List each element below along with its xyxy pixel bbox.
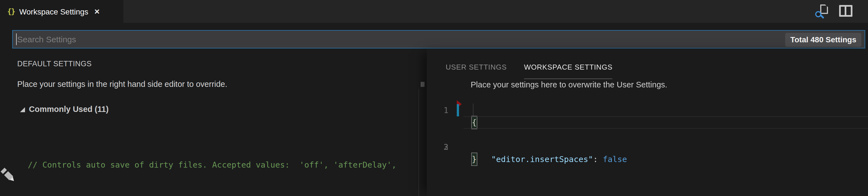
editor-line-3: 3 } [427, 116, 868, 129]
matched-bracket: } [472, 153, 476, 165]
collapse-triangle-icon [20, 107, 25, 112]
settings-count-badge: Total 480 Settings [785, 33, 861, 47]
json-braces-icon: {} [7, 7, 15, 16]
default-settings-code[interactable]: // Controls auto save of dirty files. Ac… [28, 134, 411, 196]
current-line-highlight [463, 116, 868, 129]
split-editor-icon[interactable] [839, 5, 852, 17]
editor-line-1: 1 { [427, 92, 868, 104]
tab-workspace-settings[interactable]: {} Workspace Settings × [0, 0, 123, 23]
search-settings-input[interactable]: Search Settings Total 480 Settings [12, 30, 865, 49]
workspace-settings-editor[interactable]: 1 { 2 → "editor.insertSpaces": false 3 } [427, 92, 868, 129]
edit-setting-pencil-icon[interactable] [0, 167, 18, 186]
tab-title: Workspace Settings [19, 7, 88, 16]
workspace-settings-description: Place your settings here to overwrite th… [471, 80, 668, 89]
default-settings-description: Place your settings in the right hand si… [17, 80, 227, 88]
section-commonly-used[interactable]: Commonly Used (11) [20, 105, 108, 114]
diff-modified-marker [457, 104, 459, 116]
editor-line-2: 2 → "editor.insertSpaces": false [427, 104, 868, 116]
setting-key: "editor.insertSpaces" [491, 155, 593, 164]
close-icon[interactable]: × [94, 7, 100, 16]
default-settings-header: DEFAULT SETTINGS [17, 60, 92, 68]
left-scrollbar-track [418, 89, 419, 196]
setting-value: false [603, 155, 627, 164]
text-cursor [16, 33, 17, 45]
section-label: Commonly Used (11) [29, 105, 108, 114]
editor-tab-bar: {} Workspace Settings × [0, 0, 868, 23]
open-preview-search-icon[interactable] [815, 4, 829, 19]
line-number: 3 [427, 141, 448, 153]
comment-line: // Controls auto save of dirty files. Ac… [28, 159, 411, 171]
tab-user-settings[interactable]: USER SETTINGS [446, 63, 507, 79]
left-scrollbar-thumb[interactable] [421, 82, 425, 87]
settings-scope-tabs: USER SETTINGS WORKSPACE SETTINGS [446, 63, 613, 79]
search-placeholder: Search Settings [17, 34, 76, 44]
workspace-settings-window: {} Workspace Settings × Search Settings … [0, 0, 868, 196]
tab-workspace-settings-scope[interactable]: WORKSPACE SETTINGS [524, 63, 613, 79]
workspace-settings-pane: USER SETTINGS WORKSPACE SETTINGS Place y… [427, 49, 868, 196]
